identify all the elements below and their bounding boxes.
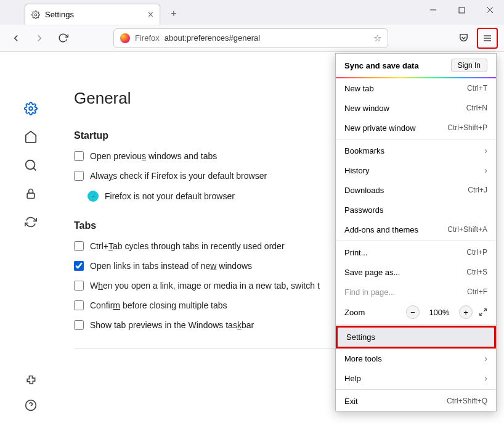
checkbox-input[interactable] bbox=[74, 171, 84, 181]
menu-sync-header: Sync and save data Sign In bbox=[336, 54, 496, 77]
menu-zoom-row: Zoom − 100% + bbox=[336, 302, 496, 323]
checkbox-input[interactable] bbox=[74, 300, 84, 310]
sidebar-search-icon[interactable] bbox=[23, 158, 38, 173]
address-prefix: Firefox bbox=[135, 33, 160, 43]
menu-more-tools[interactable]: More tools› bbox=[336, 349, 496, 368]
maximize-button[interactable] bbox=[447, 0, 476, 20]
menu-save-as[interactable]: Save page as...Ctrl+S bbox=[336, 262, 496, 282]
zoom-value: 100% bbox=[426, 308, 453, 317]
menu-downloads[interactable]: DownloadsCtrl+J bbox=[336, 180, 496, 200]
svg-point-8 bbox=[29, 107, 33, 110]
firefox-logo-icon bbox=[120, 33, 130, 43]
sign-in-button[interactable]: Sign In bbox=[451, 59, 487, 72]
sad-face-icon: ·· bbox=[87, 191, 99, 202]
checkbox-input[interactable] bbox=[74, 261, 84, 271]
hamburger-icon bbox=[482, 33, 492, 43]
menu-new-private-window[interactable]: New private windowCtrl+Shift+P bbox=[336, 118, 496, 138]
menu-settings[interactable]: Settings bbox=[336, 326, 496, 349]
svg-point-9 bbox=[26, 160, 35, 170]
tab-close-icon[interactable]: × bbox=[148, 9, 153, 20]
chevron-right-icon: › bbox=[484, 146, 487, 155]
title-bar: Settings × + bbox=[0, 0, 504, 25]
svg-line-14 bbox=[484, 309, 486, 312]
menu-help[interactable]: Help› bbox=[336, 368, 496, 388]
zoom-label: Zoom bbox=[344, 308, 365, 317]
checkbox-label: Show tab previews in the Windows taskbar bbox=[90, 320, 254, 330]
sidebar-general-icon[interactable] bbox=[23, 101, 38, 116]
address-bar[interactable]: Firefox about:preferences#general ☆ bbox=[113, 28, 388, 48]
menu-new-window[interactable]: New windowCtrl+N bbox=[336, 98, 496, 118]
reload-button[interactable] bbox=[53, 28, 73, 48]
checkbox-label: Always check if Firefox is your default … bbox=[90, 171, 267, 181]
close-window-button[interactable] bbox=[476, 0, 504, 20]
settings-sidebar bbox=[0, 52, 62, 425]
menu-print[interactable]: Print...Ctrl+P bbox=[336, 242, 496, 262]
menu-new-tab[interactable]: New tabCtrl+T bbox=[336, 78, 496, 98]
checkbox-label: Ctrl+Tab cycles through tabs in recently… bbox=[90, 241, 285, 251]
sidebar-home-icon[interactable] bbox=[23, 130, 38, 144]
window-controls bbox=[419, 0, 504, 20]
chevron-right-icon: › bbox=[484, 373, 487, 383]
checkbox-input[interactable] bbox=[74, 320, 84, 330]
svg-rect-11 bbox=[27, 193, 35, 198]
browser-tab[interactable]: Settings × bbox=[25, 4, 160, 25]
checkbox-input[interactable] bbox=[74, 241, 84, 251]
app-menu-button[interactable] bbox=[477, 28, 498, 49]
menu-bookmarks[interactable]: Bookmarks› bbox=[336, 141, 496, 160]
checkbox-input[interactable] bbox=[74, 151, 84, 161]
menu-find-in-page: Find in page...Ctrl+F bbox=[336, 282, 496, 302]
menu-exit[interactable]: ExitCtrl+Shift+Q bbox=[336, 391, 496, 411]
svg-rect-2 bbox=[459, 7, 465, 13]
checkbox-label: Open previous windows and tabs bbox=[90, 151, 217, 161]
zoom-out-button[interactable]: − bbox=[406, 305, 420, 319]
chevron-right-icon: › bbox=[484, 165, 487, 175]
checkbox-label: When you open a link, image or media in … bbox=[90, 281, 320, 291]
new-tab-button[interactable]: + bbox=[165, 5, 182, 22]
menu-history[interactable]: History› bbox=[336, 160, 496, 180]
sidebar-help-icon[interactable] bbox=[23, 398, 38, 413]
minimize-button[interactable] bbox=[419, 0, 447, 20]
app-menu: Sync and save data Sign In New tabCtrl+T… bbox=[335, 53, 497, 411]
not-default-text: Firefox is not your default browser bbox=[105, 191, 235, 201]
checkbox-label: Open links in tabs instead of new window… bbox=[90, 261, 252, 271]
tab-title: Settings bbox=[45, 10, 74, 19]
chevron-right-icon: › bbox=[484, 353, 487, 363]
menu-passwords[interactable]: Passwords bbox=[336, 200, 496, 220]
zoom-in-button[interactable]: + bbox=[459, 305, 473, 319]
sidebar-extensions-icon[interactable] bbox=[23, 373, 38, 388]
checkbox-label: Confirm before closing multiple tabs bbox=[90, 300, 227, 310]
gear-icon bbox=[31, 10, 40, 19]
svg-line-15 bbox=[480, 313, 482, 315]
sidebar-privacy-icon[interactable] bbox=[23, 186, 38, 201]
svg-line-10 bbox=[33, 168, 36, 170]
menu-addons[interactable]: Add-ons and themesCtrl+Shift+A bbox=[336, 220, 496, 239]
forward-button[interactable] bbox=[30, 28, 49, 48]
sidebar-sync-icon[interactable] bbox=[23, 215, 38, 229]
pocket-button[interactable] bbox=[453, 28, 473, 48]
checkbox-input[interactable] bbox=[74, 281, 84, 291]
toolbar: Firefox about:preferences#general ☆ bbox=[0, 25, 504, 52]
svg-point-0 bbox=[35, 14, 37, 16]
fullscreen-button[interactable] bbox=[479, 308, 487, 316]
address-url: about:preferences#general bbox=[165, 33, 368, 43]
bookmark-star-icon[interactable]: ☆ bbox=[373, 33, 381, 44]
back-button[interactable] bbox=[6, 28, 26, 48]
